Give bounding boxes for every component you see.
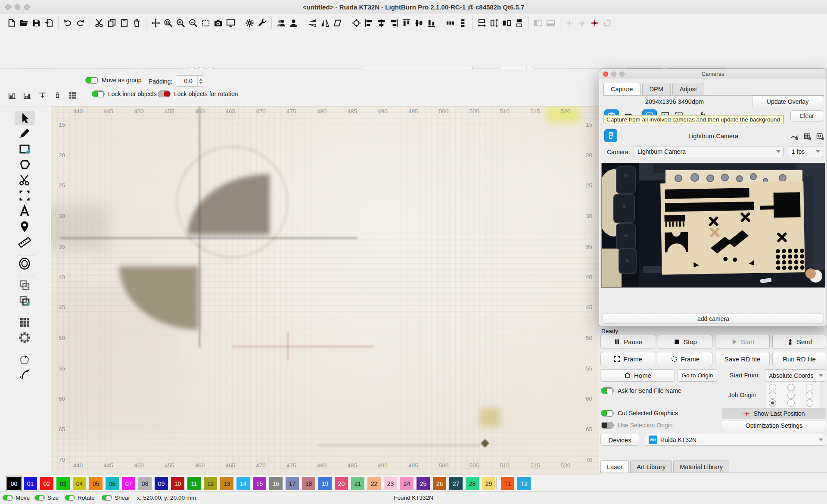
mirror-vertical-icon[interactable]: [306, 17, 319, 30]
rotate-toggle[interactable]: [65, 495, 75, 501]
align-v-stack-icon[interactable]: [21, 89, 34, 102]
grid-array-tool[interactable]: [15, 315, 34, 330]
redo-icon[interactable]: [74, 17, 87, 30]
rectangle-tool[interactable]: [15, 142, 34, 156]
palette-color-22[interactable]: 22: [367, 477, 381, 490]
draw-lines-tool[interactable]: [15, 126, 34, 141]
optimization-settings-button[interactable]: Optimization Settings: [722, 420, 826, 431]
job-origin-bottom-left[interactable]: [769, 399, 776, 407]
palette-color-26[interactable]: 26: [433, 477, 446, 490]
lock-inner-objects-toggle[interactable]: [92, 90, 105, 97]
palette-color-09[interactable]: 09: [155, 477, 168, 490]
save-rd-file-button[interactable]: Save RD file: [715, 352, 770, 366]
palette-color-06[interactable]: 06: [106, 477, 119, 490]
boolean-subtract-tool[interactable]: [15, 293, 34, 308]
undo-icon[interactable]: [62, 17, 74, 30]
job-origin-top-center[interactable]: [787, 384, 795, 391]
start-from-combo[interactable]: Absolute Coords: [765, 369, 826, 382]
preview-icon[interactable]: [224, 17, 237, 30]
cameras-window-titlebar[interactable]: Cameras: [599, 69, 827, 79]
job-origin-middle-center[interactable]: [787, 392, 795, 399]
palette-color-05[interactable]: 05: [89, 477, 103, 490]
job-origin-bottom-center[interactable]: [787, 399, 795, 407]
tab-art-library[interactable]: Art Library: [630, 460, 672, 473]
update-overlay-button[interactable]: Update Overlay: [752, 96, 823, 107]
align-bottom-icon[interactable]: [425, 17, 438, 30]
select-tool[interactable]: [15, 111, 34, 125]
align-left-icon[interactable]: [363, 17, 375, 30]
job-origin-top-right[interactable]: [806, 384, 813, 391]
add-camera-button[interactable]: add camera: [603, 314, 824, 324]
make-same-height-icon[interactable]: [488, 17, 501, 30]
zoom-in-icon[interactable]: [174, 17, 187, 30]
focus-center-icon[interactable]: [350, 17, 363, 30]
palette-color-29[interactable]: 29: [482, 477, 495, 490]
grid-snap-icon[interactable]: [66, 89, 79, 102]
palette-color-01[interactable]: 01: [24, 477, 37, 490]
palette-color-16[interactable]: 16: [269, 477, 283, 490]
palette-color-25[interactable]: 25: [417, 477, 430, 490]
palette-color-14[interactable]: 14: [236, 477, 250, 490]
pause-button[interactable]: Pause: [600, 335, 655, 349]
canvas[interactable]: 4404404454454504504554554604604654654704…: [51, 106, 599, 475]
align-center-vertical-icon[interactable]: [413, 17, 425, 30]
palette-color-00[interactable]: 00: [7, 477, 21, 490]
snip-tool[interactable]: [15, 173, 34, 187]
tab-material-library[interactable]: Material Library: [673, 460, 729, 473]
use-selection-origin-toggle[interactable]: [601, 422, 614, 429]
palette-color-27[interactable]: 27: [449, 477, 463, 490]
paste-icon[interactable]: [118, 17, 131, 30]
align-right-icon[interactable]: [388, 17, 400, 30]
padding-spinner[interactable]: [197, 76, 204, 86]
show-last-position-button[interactable]: Show Last Position: [722, 408, 826, 419]
padding-field[interactable]: 0.0: [176, 75, 204, 87]
marquee-tool[interactable]: [15, 188, 34, 203]
copy-icon[interactable]: [106, 17, 118, 30]
new-file-icon[interactable]: [5, 17, 18, 30]
edit-nodes-tool[interactable]: [15, 367, 34, 382]
measure-tool[interactable]: [15, 235, 34, 249]
home-button[interactable]: Home: [600, 369, 675, 382]
tab-capture[interactable]: Capture: [603, 83, 640, 96]
palette-color-11[interactable]: 11: [187, 477, 201, 490]
go-to-origin-button[interactable]: Go to Origin: [678, 369, 717, 382]
job-origin-top-left[interactable]: [769, 384, 776, 391]
palette-color-18[interactable]: 18: [302, 477, 315, 490]
start-button[interactable]: Start: [715, 335, 770, 349]
palette-color-19[interactable]: 19: [318, 477, 332, 490]
palette-color-07[interactable]: 07: [122, 477, 135, 490]
palette-color-15[interactable]: 15: [253, 477, 266, 490]
user-account-icon[interactable]: [287, 17, 300, 30]
palette-color-17[interactable]: 17: [286, 477, 299, 490]
polygon-tool[interactable]: [15, 157, 34, 172]
center-on-page-icon[interactable]: [36, 89, 49, 102]
job-origin-middle-left[interactable]: [769, 392, 776, 399]
frame-selection-icon[interactable]: [199, 17, 212, 30]
pan-icon[interactable]: [149, 17, 162, 30]
job-origin-bottom-right[interactable]: [806, 399, 813, 407]
job-origin-middle-right[interactable]: [806, 392, 813, 399]
frame-circle-button[interactable]: Frame: [658, 352, 712, 366]
lock-rotation-toggle[interactable]: [158, 90, 171, 97]
shear-toggle[interactable]: [102, 495, 112, 501]
mirror-horizontal-icon[interactable]: [319, 17, 331, 30]
run-rd-file-button[interactable]: Run RD file: [772, 352, 826, 366]
move-toggle[interactable]: [3, 495, 13, 501]
offset-shapes-tool[interactable]: [15, 352, 34, 367]
tab-adjust[interactable]: Adjust: [672, 83, 704, 96]
distribute-horizontal-icon[interactable]: [444, 17, 457, 30]
palette-color-03[interactable]: 03: [56, 477, 70, 490]
library-icon[interactable]: [275, 17, 287, 30]
offset-tool[interactable]: [15, 256, 34, 271]
align-center-horizontal-icon[interactable]: [375, 17, 388, 30]
camera-settings-icon[interactable]: [814, 130, 827, 142]
make-same-width-icon[interactable]: [476, 17, 488, 30]
distribute-vertical-icon[interactable]: [457, 17, 469, 30]
palette-color-23[interactable]: 23: [384, 477, 397, 490]
palette-color-12[interactable]: 12: [204, 477, 217, 490]
cut-icon[interactable]: [93, 17, 106, 30]
nest-horizontal-icon[interactable]: [501, 17, 513, 30]
camera-select-combo[interactable]: Lightburn Camera: [634, 146, 783, 157]
move-to-origin-icon[interactable]: [51, 89, 64, 102]
nest-vertical-icon[interactable]: [513, 17, 525, 30]
